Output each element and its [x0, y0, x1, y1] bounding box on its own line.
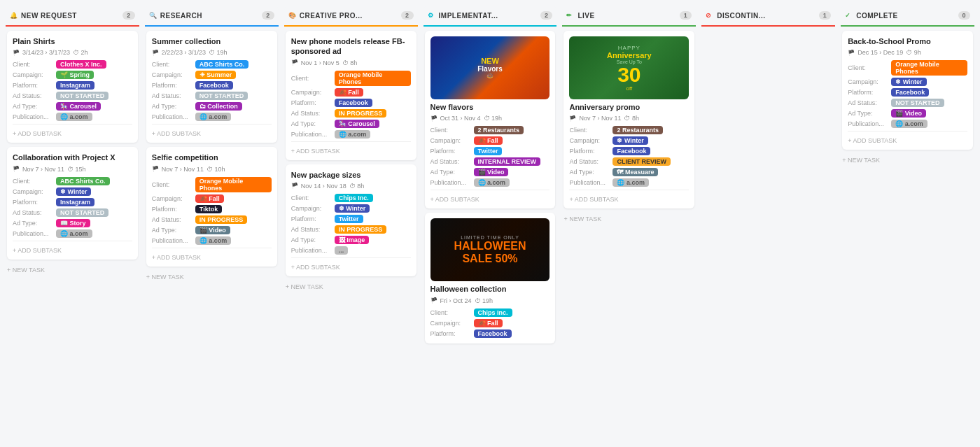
field-badge[interactable]: NOT STARTED — [56, 208, 108, 217]
field-badge[interactable]: Facebook — [335, 99, 372, 107]
field-badge[interactable]: 🌐 a.com — [195, 113, 232, 121]
column-count-complete: 0 — [958, 11, 971, 20]
new-task-button[interactable]: + NEW TASK — [564, 213, 694, 225]
field-badge[interactable]: NOT STARTED — [891, 99, 944, 107]
card[interactable]: Plain Shirts🏴3/14/23 › 3/17/23⏱ 2hClient… — [7, 31, 138, 143]
field-badge[interactable]: Chips Inc. — [335, 194, 373, 202]
field-badge[interactable]: Chips Inc. — [474, 308, 512, 317]
column-discontinued: ⊘DISCONTIN...1 — [701, 6, 835, 343]
field-badge[interactable]: IN PROGRESS — [195, 215, 248, 224]
field-badge[interactable]: 2 Restaurants — [612, 126, 663, 134]
card[interactable]: Selfie competition🏴Nov 7 › Nov 11⏱ 10hCl… — [146, 147, 277, 266]
field-label: Client: — [430, 127, 471, 134]
field-badge[interactable]: 🌐 a.com — [56, 229, 92, 238]
new-task-button[interactable]: + NEW TASK — [146, 271, 277, 283]
field-row: Platform:Facebook — [291, 99, 411, 107]
field-badge[interactable]: Twitter — [474, 147, 503, 155]
field-badge[interactable]: 🎬 Video — [195, 226, 230, 234]
column-label-live: LIVE — [578, 12, 675, 20]
field-badge[interactable]: NOT STARTED — [195, 92, 248, 100]
field-badge[interactable]: Facebook — [612, 147, 650, 155]
field-badge[interactable]: 🌐 a.com — [891, 120, 927, 128]
field-label: Campaign: — [13, 188, 53, 195]
card[interactable]: NEW Flavors 🍩 New flavors🏴Oct 31 › Nov 4… — [425, 31, 556, 208]
card-fields: Client:Chips Inc.Campaign:❄ WinterPlatfo… — [291, 194, 411, 255]
card[interactable]: Back-to-School Promo🏴Dec 15 › Dec 19⏱ 9h… — [842, 31, 973, 150]
field-badge[interactable]: 🌐 a.com — [474, 178, 510, 187]
field-badge[interactable]: 🎬 Video — [891, 109, 926, 118]
new-task-button[interactable]: + NEW TASK — [7, 264, 138, 276]
field-badge[interactable]: 🎠 Carousel — [335, 120, 379, 128]
field-badge[interactable]: 🌐 a.com — [56, 113, 92, 121]
column-dot-new-request: 🔔 — [10, 12, 17, 19]
field-badge[interactable]: ABC Shirts Co. — [56, 177, 110, 185]
field-badge[interactable]: Orange Mobile Phones — [195, 177, 272, 192]
field-badge[interactable]: ☀ Summer — [195, 71, 237, 79]
card[interactable]: Summer collection🏴2/22/23 › 3/1/23⏱ 19hC… — [146, 31, 277, 143]
field-badge[interactable]: IN PROGRESS — [335, 109, 387, 118]
field-badge[interactable]: 🍂 Fall — [474, 136, 503, 145]
field-badge[interactable]: 2 Restaurants — [474, 126, 524, 134]
field-badge[interactable]: 🌐 a.com — [195, 236, 232, 245]
add-subtask-button[interactable]: + ADD SUBTASK — [291, 145, 411, 155]
field-row: Publication...🌐 a.com — [569, 178, 689, 187]
field-badge[interactable]: ❄ Winter — [612, 136, 648, 145]
field-badge[interactable]: 🎠 Carousel — [56, 102, 101, 111]
field-badge[interactable]: INTERNAL REVIEW — [474, 157, 540, 166]
field-badge[interactable]: 🗂 Collection — [195, 102, 242, 111]
field-badge[interactable]: 🗺 Measuare — [612, 168, 658, 176]
card-title: Plain Shirts — [13, 36, 132, 46]
card-fields: Client:ABC Shirts Co.Campaign:❄ WinterPl… — [13, 177, 132, 238]
column-dot-live: ✏ — [566, 12, 573, 19]
add-subtask-button[interactable]: + ADD SUBTASK — [13, 127, 132, 137]
field-badge[interactable]: CLIENT REVIEW — [612, 157, 671, 166]
field-badge[interactable]: 🖼 Image — [335, 236, 370, 244]
field-badge[interactable]: Orange Mobile Phones — [335, 71, 411, 86]
column-label-complete: COMPLETE — [856, 12, 953, 20]
field-badge[interactable]: Facebook — [891, 88, 929, 97]
new-task-button[interactable]: + NEW TASK — [286, 281, 416, 293]
field-badge[interactable]: 🌐 a.com — [335, 130, 371, 139]
date-flag: 🏴 — [848, 50, 855, 56]
field-badge[interactable]: 🍂 Fall — [474, 319, 503, 327]
add-subtask-button[interactable]: + ADD SUBTASK — [13, 244, 132, 254]
field-badge[interactable]: 🌱 Spring — [56, 71, 94, 79]
field-badge[interactable]: ❄ Winter — [56, 187, 91, 196]
add-subtask-button[interactable]: + ADD SUBTASK — [848, 134, 967, 144]
field-badge[interactable]: ... — [335, 246, 349, 255]
add-subtask-button[interactable]: + ADD SUBTASK — [152, 127, 272, 137]
card[interactable]: New phone models release FB-sponsored ad… — [286, 31, 416, 160]
card-dates: 🏴Oct 31 › Nov 4⏱ 19h — [430, 115, 550, 122]
field-badge[interactable]: Facebook — [195, 81, 233, 90]
field-badge[interactable]: 📖 Story — [56, 219, 90, 227]
field-label: Ad Type: — [569, 169, 610, 176]
add-subtask-button[interactable]: + ADD SUBTASK — [291, 261, 411, 271]
field-badge[interactable]: 🎬 Video — [474, 168, 509, 176]
card[interactable]: LIMITED TIME ONLY HALLOWEENSALE 50% Hall… — [425, 213, 556, 343]
field-badge[interactable]: Clothes X Inc. — [56, 60, 106, 69]
field-badge[interactable]: 🍂 Fall — [335, 88, 363, 97]
field-badge[interactable]: Orange Mobile Phones — [891, 60, 967, 76]
field-badge[interactable]: 🍂 Fall — [195, 194, 224, 203]
field-badge[interactable]: Instagram — [56, 198, 94, 206]
field-badge[interactable]: NOT STARTED — [56, 92, 108, 100]
field-badge[interactable]: Instagram — [56, 81, 94, 90]
card-fields: Client:2 RestaurantsCampaign:❄ WinterPla… — [569, 126, 689, 187]
card[interactable]: Happy Anniversary Save Up To 30 off Anni… — [564, 31, 694, 208]
field-label: Ad Type: — [848, 110, 888, 117]
new-task-button[interactable]: + NEW TASK — [842, 154, 973, 166]
card[interactable]: New package sizes🏴Nov 14 › Nov 18⏱ 8hCli… — [286, 164, 416, 276]
add-subtask-button[interactable]: + ADD SUBTASK — [152, 251, 272, 261]
field-label: Ad Type: — [152, 103, 192, 110]
field-badge[interactable]: ABC Shirts Co. — [195, 60, 249, 69]
field-badge[interactable]: ❄ Winter — [891, 78, 926, 86]
field-badge[interactable]: ❄ Winter — [335, 204, 370, 213]
field-badge[interactable]: Tiktok — [195, 205, 222, 213]
field-badge[interactable]: Facebook — [474, 329, 512, 338]
field-badge[interactable]: 🌐 a.com — [612, 178, 649, 187]
add-subtask-button[interactable]: + ADD SUBTASK — [569, 193, 689, 203]
field-badge[interactable]: IN PROGRESS — [335, 225, 387, 234]
add-subtask-button[interactable]: + ADD SUBTASK — [430, 193, 550, 203]
field-badge[interactable]: Twitter — [335, 215, 363, 223]
card[interactable]: Collaboration with Project X🏴Nov 7 › Nov… — [7, 147, 138, 259]
